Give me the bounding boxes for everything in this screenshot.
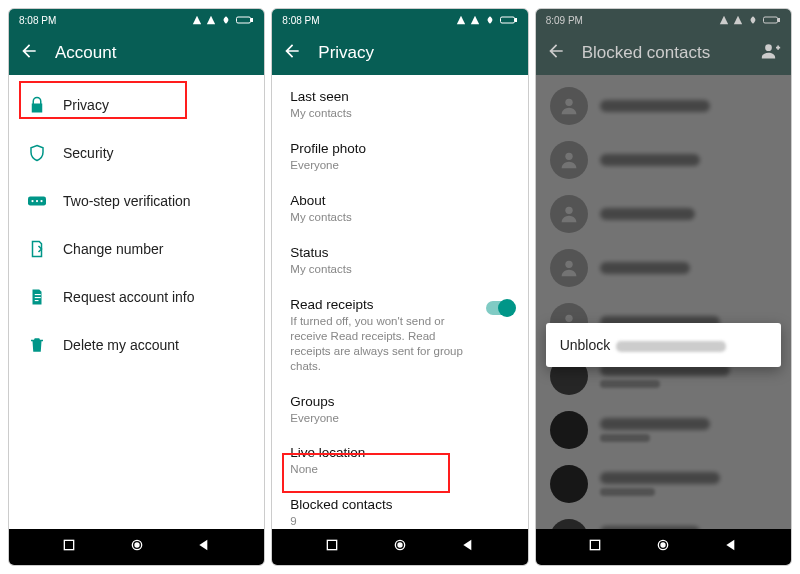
item-sub: My contacts [290,210,509,225]
item-sub: None [290,462,509,477]
status-icons [719,15,781,25]
svg-point-16 [398,543,402,547]
item-label: Request account info [63,289,195,305]
sim-icon [27,239,47,259]
svg-rect-7 [35,297,41,298]
add-contact-icon[interactable] [761,41,781,65]
svg-rect-0 [237,17,251,23]
nav-back-icon[interactable] [723,537,739,557]
account-item-security[interactable]: Security [9,129,264,177]
status-icons [192,15,254,25]
lock-icon [27,95,47,115]
item-label: Status [290,245,509,260]
item-sub: Everyone [290,411,509,426]
appbar-account: Account [9,31,264,75]
read-receipts-toggle[interactable] [486,301,514,315]
item-label: Delete my account [63,337,179,353]
document-icon [27,287,47,307]
nav-recent-icon[interactable] [61,537,77,557]
svg-point-4 [36,200,38,202]
item-sub: 9 [290,514,509,529]
item-sub: If turned off, you won't send or receive… [290,314,470,374]
item-label: Profile photo [290,141,509,156]
appbar-privacy: Privacy [272,31,527,75]
status-time: 8:08 PM [282,15,319,26]
android-navbar [272,529,527,565]
android-navbar [536,529,791,565]
privacy-item-blocked[interactable]: Blocked contacts 9 [272,487,527,529]
svg-rect-6 [35,294,41,295]
android-navbar [9,529,264,565]
account-item-changenumber[interactable]: Change number [9,225,264,273]
privacy-item-profilephoto[interactable]: Profile photo Everyone [272,131,527,183]
privacy-item-lastseen[interactable]: Last seen My contacts [272,79,527,131]
svg-point-3 [31,200,33,202]
appbar-title: Blocked contacts [582,43,711,63]
statusbar: 8:08 PM [272,9,527,31]
privacy-item-livelocation[interactable]: Live location None [272,435,527,487]
svg-rect-25 [591,540,600,549]
svg-point-11 [135,543,139,547]
appbar-blocked: Blocked contacts [536,31,791,75]
item-label: Live location [290,445,509,460]
account-item-privacy[interactable]: Privacy [9,81,264,129]
blocked-content: Unblock [536,75,791,529]
item-sub: Everyone [290,158,509,173]
phone-blocked: 8:09 PM Blocked contacts [535,8,792,566]
svg-rect-17 [763,17,777,23]
svg-point-5 [40,200,42,202]
nav-recent-icon[interactable] [587,537,603,557]
svg-point-27 [661,543,665,547]
item-sub: My contacts [290,106,509,121]
item-label: Last seen [290,89,509,104]
modal-overlay[interactable] [536,75,791,529]
svg-rect-13 [515,19,517,22]
back-icon[interactable] [19,41,39,66]
popup-label: Unblock [560,337,611,353]
privacy-content[interactable]: Last seen My contacts Profile photo Ever… [272,75,527,529]
svg-rect-18 [778,19,780,22]
phone-account: 8:08 PM Account Privacy Secur [8,8,265,566]
account-item-requestinfo[interactable]: Request account info [9,273,264,321]
statusbar: 8:08 PM [9,9,264,31]
trash-icon [27,335,47,355]
privacy-item-readreceipts[interactable]: Read receipts If turned off, you won't s… [272,287,527,384]
privacy-item-status[interactable]: Status My contacts [272,235,527,287]
nav-home-icon[interactable] [655,537,671,557]
item-label: About [290,193,509,208]
status-icons [456,15,518,25]
nav-home-icon[interactable] [129,537,145,557]
item-label: Two-step verification [63,193,191,209]
nav-home-icon[interactable] [392,537,408,557]
shield-icon [27,143,47,163]
nav-recent-icon[interactable] [324,537,340,557]
privacy-item-groups[interactable]: Groups Everyone [272,384,527,436]
appbar-title: Account [55,43,116,63]
nav-back-icon[interactable] [196,537,212,557]
phone-privacy: 8:08 PM Privacy Last seen My contacts Pr… [271,8,528,566]
item-label: Change number [63,241,163,257]
svg-rect-1 [251,19,253,22]
item-label: Security [63,145,114,161]
item-label: Groups [290,394,509,409]
svg-rect-14 [327,540,336,549]
status-time: 8:08 PM [19,15,56,26]
account-item-twostep[interactable]: Two-step verification [9,177,264,225]
item-label: Blocked contacts [290,497,509,512]
svg-rect-12 [500,17,514,23]
svg-point-19 [765,44,772,51]
privacy-item-about[interactable]: About My contacts [272,183,527,235]
back-icon[interactable] [282,41,302,66]
back-icon[interactable] [546,41,566,66]
svg-rect-8 [35,300,39,301]
item-sub: My contacts [290,262,509,277]
status-time: 8:09 PM [546,15,583,26]
dots-icon [27,191,47,211]
account-item-delete[interactable]: Delete my account [9,321,264,369]
nav-back-icon[interactable] [460,537,476,557]
unblock-popup[interactable]: Unblock [546,323,781,367]
statusbar: 8:09 PM [536,9,791,31]
account-content: Privacy Security Two-step verification C… [9,75,264,529]
appbar-title: Privacy [318,43,374,63]
svg-rect-9 [64,540,73,549]
